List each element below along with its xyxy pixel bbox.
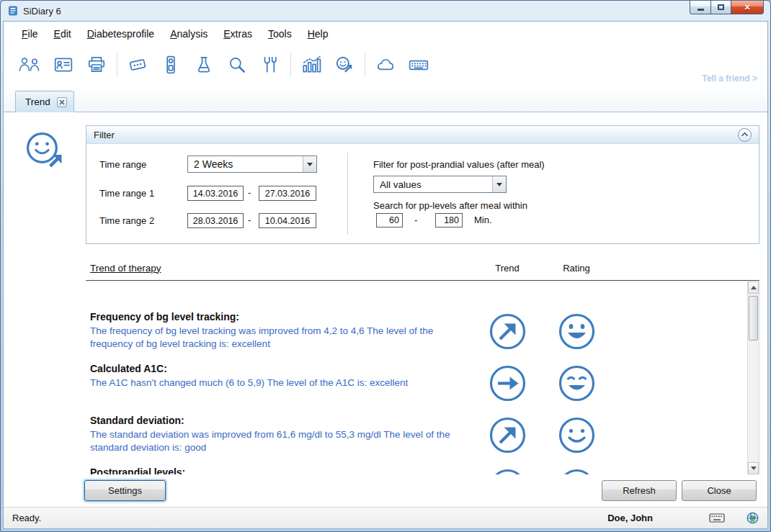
range-separator: -: [248, 187, 251, 198]
menu-edit[interactable]: Edit: [46, 24, 79, 43]
app-window: SiDiary 6 ✕ File Edit Diabetesprofile An…: [0, 0, 771, 532]
minimize-button[interactable]: [690, 1, 711, 14]
tab-close-button[interactable]: [57, 97, 67, 107]
title-bar[interactable]: SiDiary 6 ✕: [3, 1, 768, 21]
range1-end-input[interactable]: [259, 186, 316, 201]
trend-row-description: The standard deviation was improved from…: [90, 428, 473, 454]
scroll-up-button[interactable]: [748, 281, 759, 294]
nutrition-icon[interactable]: [254, 49, 287, 81]
maximize-button[interactable]: [711, 1, 731, 14]
menu-bar: File Edit Diabetesprofile Analysis Extra…: [4, 22, 767, 45]
trend-row-label: Postprandial levels:: [90, 466, 473, 474]
menu-diabetesprofile[interactable]: Diabetesprofile: [79, 24, 162, 43]
trend-row-description: The frequency of bg level tracking was i…: [90, 325, 473, 351]
trend-icon[interactable]: [328, 49, 361, 81]
profile-icon[interactable]: [47, 49, 80, 81]
trend-header-row: Trend of therapy Trend Rating: [86, 256, 759, 280]
pp-filter-label: Filter for post-prandial values (after m…: [373, 159, 545, 170]
filter-divider: [347, 153, 348, 235]
trend-row: Calculated A1C: The A1C hasn't changed m…: [90, 363, 747, 415]
pp-from-input[interactable]: [376, 213, 403, 227]
chevron-down-icon: [307, 163, 313, 166]
time-range-label: Time range: [99, 159, 146, 170]
time-range-value: 2 Weeks: [188, 158, 303, 170]
settings-button[interactable]: Settings: [84, 480, 166, 501]
minimize-icon: [698, 9, 704, 11]
menu-extras[interactable]: Extras: [215, 24, 260, 43]
trend-row-label: Standard deviation:: [90, 415, 473, 426]
trend-panel-title: Trend of therapy: [90, 263, 473, 274]
trend-arrow-icon: [489, 363, 527, 402]
window-controls: ✕: [690, 1, 764, 14]
menu-file[interactable]: File: [14, 24, 46, 43]
toolbar-separator: [365, 53, 365, 77]
dropdown-arrow-button[interactable]: [303, 156, 316, 172]
keyboard-icon[interactable]: [402, 49, 435, 81]
maximize-icon: [718, 4, 724, 10]
range2-end-input[interactable]: [259, 213, 316, 228]
pp-filter-value: All values: [374, 179, 492, 190]
range2-start-input[interactable]: [187, 213, 244, 228]
dropdown-arrow-button[interactable]: [492, 176, 506, 192]
close-button[interactable]: ✕: [731, 1, 764, 14]
trend-row-text: Frequency of bg level tracking: The freq…: [90, 311, 473, 363]
trend-row-label: Calculated A1C:: [90, 363, 473, 374]
status-text: Ready.: [12, 513, 41, 523]
client-area: File Edit Diabetesprofile Analysis Extra…: [3, 21, 768, 529]
trend-row-text: Standard deviation: The standard deviati…: [90, 415, 473, 466]
pp-search-label: Search for pp-levels after meal within: [373, 200, 527, 211]
close-dialog-button[interactable]: Close: [682, 480, 757, 501]
read-device-icon[interactable]: [121, 49, 154, 81]
vertical-scrollbar[interactable]: [747, 281, 759, 474]
online-sync-icon[interactable]: [369, 49, 402, 81]
patients-icon[interactable]: [14, 49, 47, 81]
filter-body: Time range 2 Weeks Time range 1 - Time r…: [86, 144, 759, 243]
keyboard-status-icon[interactable]: [709, 513, 725, 523]
time-range-2-label: Time range 2: [99, 215, 154, 226]
device-icon[interactable]: [154, 49, 187, 81]
trend-arrow-icon: [489, 415, 527, 454]
trend-logo-icon: [24, 131, 65, 172]
close-x-icon: [59, 99, 65, 105]
time-range-select[interactable]: 2 Weeks: [187, 155, 317, 173]
main-content: Filter Time range 2 Weeks Time range 1 -: [4, 112, 767, 507]
range-separator: -: [414, 215, 417, 225]
search-icon[interactable]: [220, 49, 254, 81]
trend-of-therapy-panel: Trend of therapy Trend Rating Frequency …: [86, 256, 759, 474]
rating-smiley-icon: [558, 311, 596, 351]
trend-row-label: Frequency of bg level tracking:: [90, 311, 473, 323]
tell-a-friend-link[interactable]: Tell a friend >: [702, 73, 757, 84]
print-icon[interactable]: [80, 49, 113, 81]
trend-arrow-icon: [489, 466, 527, 474]
lab-values-icon[interactable]: [187, 49, 220, 81]
trend-list: Frequency of bg level tracking: The freq…: [86, 281, 747, 474]
toolbar: Tell a friend >: [4, 45, 767, 84]
rating-smiley-icon: [558, 466, 596, 474]
scrollbar-thumb[interactable]: [749, 296, 758, 341]
refresh-button[interactable]: Refresh: [602, 480, 677, 501]
toolbar-separator: [117, 53, 117, 77]
pp-unit-label: Min.: [474, 215, 492, 225]
globe-online-icon[interactable]: [747, 512, 759, 524]
trend-row-description: The A1C hasn't changed much (6 to 5,9) T…: [90, 377, 473, 389]
trend-row-text: Postprandial levels:: [90, 466, 473, 474]
tab-label: Trend: [25, 96, 50, 107]
statistics-icon[interactable]: [295, 49, 328, 81]
filter-title: Filter: [94, 130, 115, 140]
range1-start-input[interactable]: [187, 186, 244, 201]
app-icon: [7, 5, 19, 17]
filter-panel: Filter Time range 2 Weeks Time range 1 -: [86, 125, 759, 244]
menu-analysis[interactable]: Analysis: [162, 24, 215, 43]
menu-help[interactable]: Help: [300, 24, 337, 43]
pp-filter-select[interactable]: All values: [373, 176, 507, 193]
status-bar: Ready. Doe, John: [4, 507, 767, 528]
pp-to-input[interactable]: [435, 213, 463, 227]
current-patient-name: Doe, John: [607, 513, 653, 523]
menu-tools[interactable]: Tools: [260, 24, 300, 43]
trend-column-header: Trend: [473, 263, 542, 274]
rating-smiley-icon: [558, 363, 596, 402]
scroll-down-button[interactable]: [748, 462, 759, 474]
collapse-filter-button[interactable]: [738, 128, 752, 142]
close-icon: ✕: [744, 4, 750, 12]
tab-trend[interactable]: Trend: [15, 91, 74, 112]
